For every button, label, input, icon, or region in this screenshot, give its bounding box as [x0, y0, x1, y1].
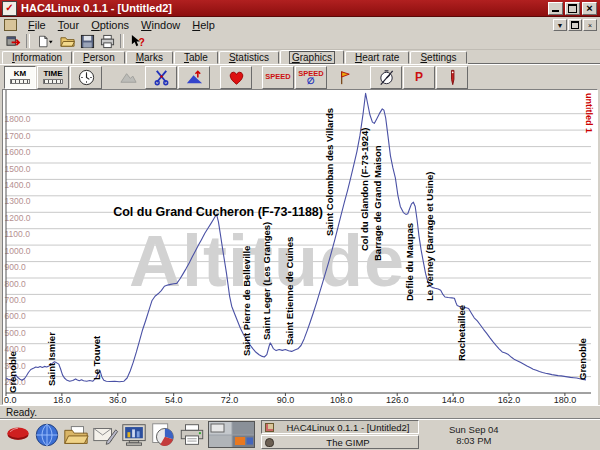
svg-text:1700.0: 1700.0: [5, 131, 31, 141]
toolbar-separator: [120, 34, 124, 48]
tab-heart-rate[interactable]: Heart rate: [345, 51, 409, 64]
taskbar-clock[interactable]: Sun Sep 04 8:03 PM: [449, 424, 499, 446]
svg-text:1800.0: 1800.0: [5, 114, 31, 124]
save-button[interactable]: [77, 33, 97, 49]
speed-average-button[interactable]: SPEED ∅: [295, 66, 327, 89]
marker-pen-button[interactable]: [436, 66, 468, 89]
svg-text:36.0: 36.0: [109, 395, 127, 405]
close-button[interactable]: ×: [582, 2, 597, 15]
clock-date: Sun Sep 04: [449, 424, 499, 435]
import-tour-button[interactable]: [3, 33, 23, 49]
mdi-document-icon[interactable]: [4, 19, 17, 31]
svg-text:90.0: 90.0: [277, 395, 295, 405]
new-document-icon: [38, 34, 53, 49]
file-manager-button[interactable]: [61, 420, 90, 449]
main-toolbar: ?: [0, 33, 600, 50]
average-gauge-button[interactable]: [370, 66, 402, 89]
taskbar-window-gimp[interactable]: The GIMP: [261, 435, 419, 449]
help-pointer-icon: ?: [130, 34, 145, 49]
svg-text:1500.0: 1500.0: [5, 164, 31, 174]
scissors-icon: [152, 68, 171, 87]
print-button[interactable]: [97, 33, 117, 49]
tab-table[interactable]: Table: [174, 51, 218, 64]
app-icon[interactable]: ✓: [2, 1, 17, 16]
office-chart-button[interactable]: [148, 420, 177, 449]
import-tour-icon: [6, 34, 21, 49]
email-button[interactable]: [90, 420, 119, 449]
altitude-graph-button[interactable]: [112, 66, 144, 89]
toolbar-separator: [26, 34, 30, 48]
monitor-chart-icon: [120, 421, 148, 449]
svg-text:600.0: 600.0: [5, 311, 27, 321]
tab-statistics[interactable]: Statistics: [219, 51, 279, 64]
flag-icon: [335, 68, 354, 87]
print-manager-button[interactable]: [177, 420, 206, 449]
printer-icon: [178, 421, 206, 449]
menu-help[interactable]: Help: [186, 18, 221, 32]
svg-text:144.0: 144.0: [442, 395, 465, 405]
maximize-button[interactable]: [565, 2, 580, 15]
flag-button[interactable]: [328, 66, 360, 89]
new-document-button[interactable]: [33, 33, 57, 49]
clock-icon: [77, 68, 96, 87]
clock-button[interactable]: [70, 66, 102, 89]
svg-text:1200.0: 1200.0: [5, 213, 31, 223]
mdi-minimize-button[interactable]: ▼: [553, 19, 567, 31]
svg-text:Saint Leger (Les Granges): Saint Leger (Les Granges): [261, 222, 272, 340]
graphics-toolbar: KM TIME SPEED SPEED ∅: [0, 64, 600, 89]
whats-this-button[interactable]: ?: [127, 33, 147, 49]
menu-options[interactable]: Options: [85, 18, 135, 32]
minimize-button[interactable]: [548, 2, 563, 15]
svg-text:Le Verney (Barrage et Usine): Le Verney (Barrage et Usine): [424, 172, 435, 301]
pen-icon: [443, 68, 462, 87]
svg-text:Barrage de Grand Maison: Barrage de Grand Maison: [372, 145, 383, 261]
system-monitor-button[interactable]: [119, 420, 148, 449]
gauge-slash-icon: [377, 68, 396, 87]
titlebar[interactable]: ✓ HAC4Linux 0.1.1 - [Untitled2] ×: [0, 0, 600, 17]
menu-window[interactable]: Window: [135, 18, 186, 32]
menu-file[interactable]: File: [22, 18, 52, 32]
svg-text:Col du Glandon (F-73-1924): Col du Glandon (F-73-1924): [359, 127, 370, 251]
pager-icon: [208, 421, 255, 448]
minimize-icon: [552, 10, 559, 12]
cut-tour-button[interactable]: [145, 66, 177, 89]
svg-text:18.0: 18.0: [53, 395, 71, 405]
svg-text:Grenoble: Grenoble: [7, 351, 18, 393]
svg-text:Col du Grand Cucheron (F-73-11: Col du Grand Cucheron (F-73-1188): [113, 205, 323, 219]
mountain-disabled-icon: [119, 68, 138, 87]
redhat-icon: [4, 421, 32, 449]
climb-analysis-button[interactable]: [178, 66, 210, 89]
svg-text:1400.0: 1400.0: [5, 180, 31, 190]
speed-button[interactable]: SPEED: [262, 66, 294, 89]
time-scale-button[interactable]: TIME: [37, 66, 69, 89]
menu-tour[interactable]: Tour: [52, 18, 85, 32]
svg-text:Defile du Maupas: Defile du Maupas: [404, 223, 415, 301]
restore-icon: [571, 21, 579, 29]
svg-text:126.0: 126.0: [386, 395, 409, 405]
redhat-menu-button[interactable]: [3, 420, 32, 449]
maximize-icon: [568, 4, 577, 13]
altitude-chart[interactable]: 200.0300.0400.0500.0600.0700.0800.0900.0…: [3, 90, 595, 404]
svg-text:Saint Pierre de Belleville: Saint Pierre de Belleville: [241, 246, 252, 356]
tab-information[interactable]: Information: [2, 51, 72, 64]
svg-text:500.0: 500.0: [5, 328, 27, 338]
open-file-button[interactable]: [57, 33, 77, 49]
svg-text:Saint Etienne de Cuines: Saint Etienne de Cuines: [284, 237, 295, 345]
km-scale-button[interactable]: KM: [4, 66, 36, 89]
folder-icon: [62, 421, 90, 449]
desktop-pager[interactable]: [208, 421, 255, 448]
web-browser-button[interactable]: [32, 420, 61, 449]
window-title: HAC4Linux 0.1.1 - [Untitled2]: [21, 2, 548, 14]
svg-text:162.0: 162.0: [498, 395, 521, 405]
taskbar-window-hac4linux[interactable]: HAC4Linux 0.1.1 - [Untitled2]: [261, 420, 419, 434]
mdi-close-button[interactable]: ×: [583, 19, 597, 31]
tab-marks[interactable]: Marks: [126, 51, 173, 64]
tab-person[interactable]: Person: [73, 51, 125, 64]
svg-text:Saint Colomban des Villards: Saint Colomban des Villards: [324, 108, 335, 236]
power-button[interactable]: P: [403, 66, 435, 89]
svg-text:Saint Ismier: Saint Ismier: [46, 332, 57, 386]
tab-settings[interactable]: Settings: [410, 51, 466, 64]
tab-graphics[interactable]: Graphics: [280, 50, 344, 64]
heart-rate-button[interactable]: [220, 66, 252, 89]
mdi-restore-button[interactable]: [568, 19, 582, 31]
